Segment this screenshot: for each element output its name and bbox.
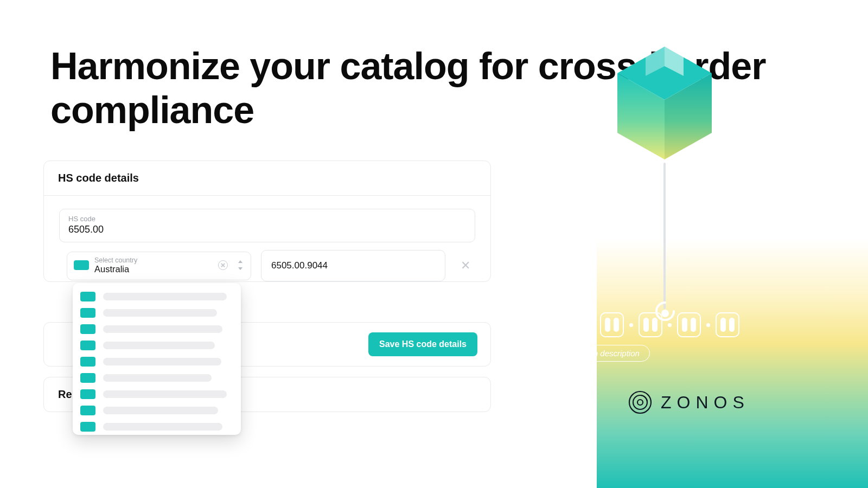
dropdown-option[interactable] <box>79 305 234 321</box>
option-placeholder <box>103 374 212 382</box>
hs-code-value: 6505.00 <box>68 224 466 235</box>
flag-icon <box>80 308 95 318</box>
chevron-updown-icon[interactable] <box>237 260 244 271</box>
subcode-input[interactable]: 6505.00.9044 <box>261 250 445 281</box>
option-placeholder <box>103 358 221 365</box>
country-select[interactable]: Select country Australia <box>67 252 251 280</box>
remove-row-icon[interactable]: ✕ <box>455 256 476 275</box>
digit-group <box>600 312 624 337</box>
page-headline: Harmonize your catalog for cross-border … <box>50 44 868 132</box>
dropdown-option[interactable] <box>79 321 234 337</box>
gradient-panel <box>597 239 868 488</box>
flag-icon <box>80 373 95 383</box>
option-placeholder <box>103 390 227 398</box>
digit-group <box>571 312 595 337</box>
country-dropdown[interactable] <box>73 283 241 435</box>
option-placeholder <box>103 423 222 431</box>
flag-icon <box>80 324 95 334</box>
flag-icon <box>80 389 95 399</box>
country-row: Select country Australia 6505.00.9044 ✕ <box>59 250 475 281</box>
hs-code-input[interactable]: HS code 6505.00 <box>59 209 475 242</box>
flag-icon <box>80 406 95 415</box>
dropdown-option[interactable] <box>79 288 234 305</box>
flag-icon <box>80 422 95 432</box>
digit-group <box>639 312 662 337</box>
country-select-label: Select country <box>94 256 213 264</box>
dropdown-option[interactable] <box>79 337 234 354</box>
dot-separator <box>629 323 633 327</box>
package-box-icon <box>613 43 716 163</box>
clear-icon[interactable] <box>218 260 228 270</box>
option-placeholder <box>103 309 217 317</box>
hs-digit-illustration <box>571 312 739 337</box>
card-title: HS code details <box>58 172 476 184</box>
digit-group <box>677 312 701 337</box>
item-description-chip: Item description <box>572 345 650 362</box>
dropdown-option[interactable] <box>79 402 234 419</box>
country-select-value: Australia <box>94 264 213 274</box>
flag-icon <box>74 260 89 270</box>
brand: ZONOS <box>628 390 750 414</box>
flag-icon <box>80 357 95 367</box>
option-placeholder <box>103 342 215 349</box>
hs-code-card: HS code details HS code 6505.00 Select c… <box>43 160 491 282</box>
option-placeholder <box>103 407 218 414</box>
dot-separator <box>668 323 672 327</box>
dot-separator <box>706 323 710 327</box>
flag-icon <box>80 292 95 301</box>
dropdown-option[interactable] <box>79 370 234 386</box>
option-placeholder <box>103 293 227 300</box>
truncated-card-label: Re <box>58 388 72 400</box>
dropdown-option[interactable] <box>79 419 234 435</box>
flag-icon <box>80 341 95 350</box>
dropdown-option[interactable] <box>79 354 234 370</box>
save-button[interactable]: Save HS code details <box>368 332 477 356</box>
card-header: HS code details <box>44 161 490 196</box>
brand-logo-icon <box>628 390 652 414</box>
option-placeholder <box>103 325 222 333</box>
card-body: HS code 6505.00 Select country Australia… <box>44 196 490 281</box>
hs-code-label: HS code <box>68 215 466 223</box>
dropdown-option[interactable] <box>79 386 234 402</box>
connector-line <box>663 163 666 309</box>
svg-point-8 <box>637 400 643 405</box>
brand-name: ZONOS <box>661 393 750 413</box>
digit-group <box>716 312 739 337</box>
